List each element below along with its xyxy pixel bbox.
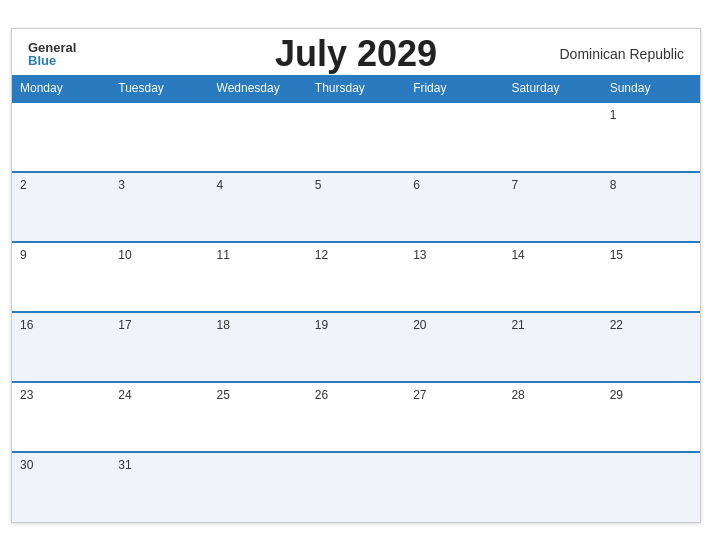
calendar-day-cell: 23: [12, 382, 110, 452]
day-number: 5: [315, 178, 322, 192]
day-number: 18: [217, 318, 230, 332]
calendar-day-cell: 22: [602, 312, 700, 382]
calendar-week-row: 23242526272829: [12, 382, 700, 452]
calendar-week-row: 16171819202122: [12, 312, 700, 382]
calendar-day-cell: 15: [602, 242, 700, 312]
calendar-day-cell: 2: [12, 172, 110, 242]
day-number: 30: [20, 458, 33, 472]
day-number: 14: [511, 248, 524, 262]
day-number: 10: [118, 248, 131, 262]
calendar-day-cell: 16: [12, 312, 110, 382]
calendar-day-cell: 17: [110, 312, 208, 382]
day-number: 2: [20, 178, 27, 192]
calendar-day-cell: [503, 452, 601, 522]
calendar-week-row: 3031: [12, 452, 700, 522]
logo: General Blue: [28, 41, 76, 67]
calendar-title: July 2029: [275, 33, 437, 75]
day-number: 11: [217, 248, 230, 262]
day-number: 23: [20, 388, 33, 402]
calendar-day-cell: 14: [503, 242, 601, 312]
day-number: 27: [413, 388, 426, 402]
day-number: 13: [413, 248, 426, 262]
day-number: 20: [413, 318, 426, 332]
calendar-grid: MondayTuesdayWednesdayThursdayFridaySatu…: [12, 75, 700, 522]
calendar-day-cell: 13: [405, 242, 503, 312]
calendar-day-cell: [503, 102, 601, 172]
calendar-day-cell: [12, 102, 110, 172]
day-number: 29: [610, 388, 623, 402]
calendar-day-cell: 24: [110, 382, 208, 452]
weekday-cell: Thursday: [307, 75, 405, 102]
calendar-week-row: 2345678: [12, 172, 700, 242]
weekday-cell: Wednesday: [209, 75, 307, 102]
logo-blue-text: Blue: [28, 54, 56, 67]
calendar-day-cell: [110, 102, 208, 172]
day-number: 3: [118, 178, 125, 192]
day-number: 4: [217, 178, 224, 192]
day-number: 12: [315, 248, 328, 262]
calendar-day-cell: [209, 102, 307, 172]
calendar-day-cell: 25: [209, 382, 307, 452]
day-number: 26: [315, 388, 328, 402]
calendar-day-cell: 4: [209, 172, 307, 242]
calendar-day-cell: 27: [405, 382, 503, 452]
day-number: 8: [610, 178, 617, 192]
calendar-day-cell: 12: [307, 242, 405, 312]
calendar-header: General Blue July 2029 Dominican Republi…: [12, 29, 700, 75]
calendar-day-cell: [602, 452, 700, 522]
calendar-day-cell: 7: [503, 172, 601, 242]
calendar-day-cell: 3: [110, 172, 208, 242]
calendar-day-cell: 19: [307, 312, 405, 382]
day-number: 31: [118, 458, 131, 472]
day-number: 22: [610, 318, 623, 332]
calendar-day-cell: 21: [503, 312, 601, 382]
country-name: Dominican Republic: [559, 46, 684, 62]
calendar-day-cell: 8: [602, 172, 700, 242]
calendar-day-cell: 30: [12, 452, 110, 522]
day-number: 24: [118, 388, 131, 402]
day-number: 28: [511, 388, 524, 402]
calendar-week-row: 9101112131415: [12, 242, 700, 312]
calendar-weekday-header: MondayTuesdayWednesdayThursdayFridaySatu…: [12, 75, 700, 102]
calendar-day-cell: 31: [110, 452, 208, 522]
calendar-day-cell: 20: [405, 312, 503, 382]
day-number: 15: [610, 248, 623, 262]
calendar-day-cell: [405, 452, 503, 522]
calendar-day-cell: [405, 102, 503, 172]
weekday-row: MondayTuesdayWednesdayThursdayFridaySatu…: [12, 75, 700, 102]
day-number: 7: [511, 178, 518, 192]
calendar-day-cell: [307, 102, 405, 172]
day-number: 25: [217, 388, 230, 402]
calendar-container: General Blue July 2029 Dominican Republi…: [11, 28, 701, 523]
calendar-day-cell: 10: [110, 242, 208, 312]
calendar-day-cell: 6: [405, 172, 503, 242]
day-number: 19: [315, 318, 328, 332]
calendar-day-cell: 9: [12, 242, 110, 312]
calendar-day-cell: 11: [209, 242, 307, 312]
logo-general-text: General: [28, 41, 76, 54]
calendar-day-cell: [209, 452, 307, 522]
day-number: 17: [118, 318, 131, 332]
weekday-cell: Friday: [405, 75, 503, 102]
weekday-cell: Tuesday: [110, 75, 208, 102]
weekday-cell: Sunday: [602, 75, 700, 102]
calendar-day-cell: 26: [307, 382, 405, 452]
day-number: 6: [413, 178, 420, 192]
day-number: 21: [511, 318, 524, 332]
day-number: 9: [20, 248, 27, 262]
day-number: 1: [610, 108, 617, 122]
calendar-day-cell: 1: [602, 102, 700, 172]
weekday-cell: Saturday: [503, 75, 601, 102]
calendar-day-cell: [307, 452, 405, 522]
calendar-day-cell: 28: [503, 382, 601, 452]
weekday-cell: Monday: [12, 75, 110, 102]
calendar-day-cell: 29: [602, 382, 700, 452]
calendar-day-cell: 5: [307, 172, 405, 242]
calendar-day-cell: 18: [209, 312, 307, 382]
calendar-week-row: 1: [12, 102, 700, 172]
day-number: 16: [20, 318, 33, 332]
calendar-body: 1234567891011121314151617181920212223242…: [12, 102, 700, 522]
